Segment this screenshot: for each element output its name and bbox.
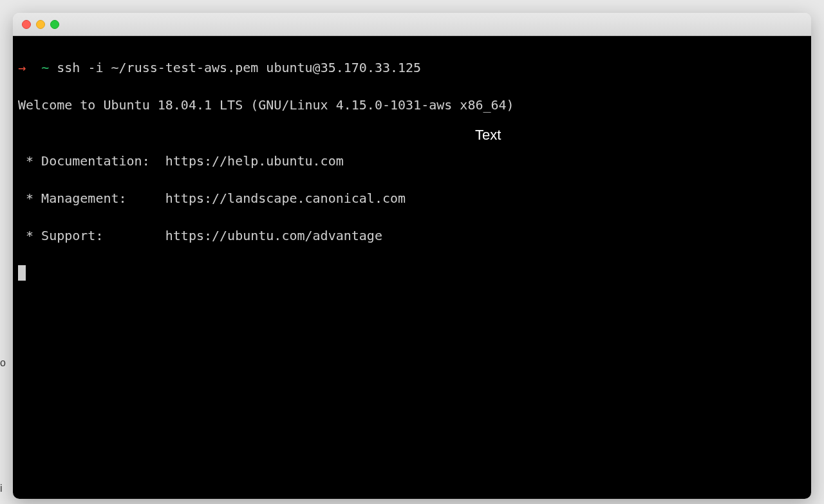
background-text-fragment: i	[0, 483, 3, 494]
motd-support: * Support: https://ubuntu.com/advantage	[18, 227, 806, 245]
motd-documentation: * Documentation: https://help.ubuntu.com	[18, 152, 806, 171]
prompt-command: ssh -i ~/russ-test-aws.pem ubuntu@35.170…	[57, 60, 421, 75]
prompt-line: → ~ ssh -i ~/russ-test-aws.pem ubuntu@35…	[18, 59, 806, 77]
traffic-lights	[22, 20, 59, 29]
close-button[interactable]	[22, 20, 31, 29]
prompt-arrow-icon: →	[18, 60, 26, 75]
cursor-icon	[18, 265, 26, 281]
prompt-cwd: ~	[41, 60, 49, 75]
minimize-button[interactable]	[36, 20, 45, 29]
background-text-fragment: o	[0, 357, 6, 369]
overlay-text-label: Text	[475, 125, 501, 145]
maximize-button[interactable]	[50, 20, 59, 29]
window-titlebar[interactable]	[13, 13, 811, 36]
motd-management: * Management: https://landscape.canonica…	[18, 189, 806, 208]
motd-welcome: Welcome to Ubuntu 18.04.1 LTS (GNU/Linux…	[18, 96, 806, 115]
terminal-body[interactable]: → ~ ssh -i ~/russ-test-aws.pem ubuntu@35…	[13, 36, 811, 499]
terminal-window: → ~ ssh -i ~/russ-test-aws.pem ubuntu@35…	[13, 13, 811, 499]
